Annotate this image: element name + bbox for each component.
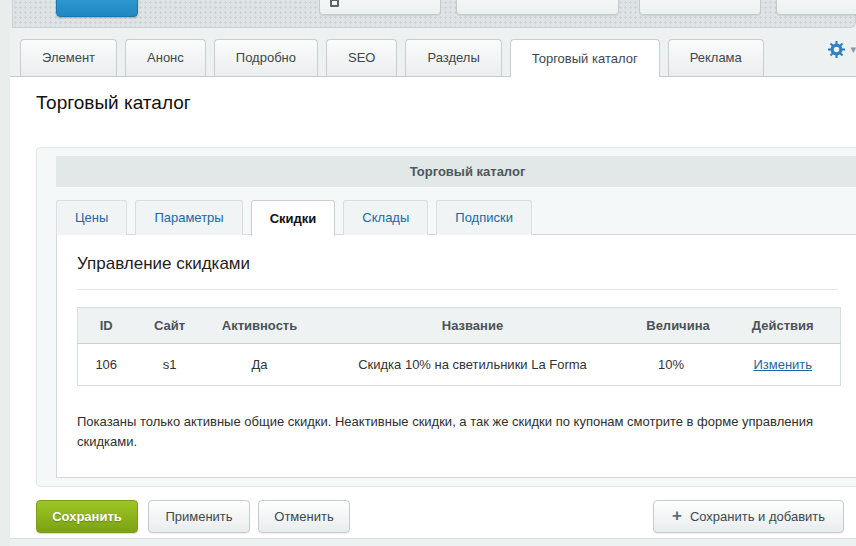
col-header-site: Сайт xyxy=(135,308,205,344)
tabs-dropdown-arrow-icon[interactable]: ▾ xyxy=(850,43,856,56)
col-header-id: ID xyxy=(78,308,135,344)
plus-icon: + xyxy=(672,506,682,526)
tab-advertising[interactable]: Реклама xyxy=(668,39,764,76)
section-divider xyxy=(77,289,838,290)
col-header-actions: Действия xyxy=(726,308,841,344)
tab-element[interactable]: Элемент xyxy=(20,39,117,76)
save-button[interactable]: Сохранить xyxy=(36,500,138,533)
toolbar-button-3[interactable] xyxy=(639,0,761,15)
cell-activity: Да xyxy=(205,344,315,386)
toolbar-button-2[interactable] xyxy=(456,0,619,15)
top-toolbar xyxy=(12,0,856,28)
toolbar-primary-button[interactable] xyxy=(56,0,138,17)
save-and-add-label: Сохранить и добавить xyxy=(690,509,825,524)
cell-name: Скидка 10% на светильники La Forma xyxy=(315,344,631,386)
table-row: 106 s1 Да Скидка 10% на светильники La F… xyxy=(78,344,841,386)
tab-subscriptions[interactable]: Подписки xyxy=(436,200,532,235)
col-header-value: Величина xyxy=(631,308,726,344)
toolbar-button-icon xyxy=(330,0,339,7)
panel-header: Торговый каталог xyxy=(56,156,856,187)
bottom-strip xyxy=(10,538,856,546)
col-header-name: Название xyxy=(315,308,631,344)
toolbar-button-1[interactable] xyxy=(319,0,441,15)
tab-detail[interactable]: Подробно xyxy=(214,39,318,76)
section-title: Управление скидками xyxy=(77,254,838,274)
toolbar-button-4[interactable] xyxy=(776,0,856,15)
cell-site: s1 xyxy=(135,344,205,386)
apply-button[interactable]: Применить xyxy=(148,500,250,533)
tab-seo[interactable]: SEO xyxy=(326,39,397,76)
cell-value: 10% xyxy=(631,344,726,386)
cell-id: 106 xyxy=(78,344,135,386)
tab-parameters[interactable]: Параметры xyxy=(135,200,242,235)
element-tab-bar: Элемент Анонс Подробно SEO Разделы Торго… xyxy=(10,28,856,77)
col-header-activity: Активность xyxy=(205,308,315,344)
save-and-add-button[interactable]: + Сохранить и добавить xyxy=(653,500,844,533)
page-title: Торговый каталог xyxy=(36,92,191,114)
tab-sections[interactable]: Разделы xyxy=(405,39,501,76)
cancel-button[interactable]: Отменить xyxy=(258,500,350,533)
tab-prices[interactable]: Цены xyxy=(56,200,127,235)
catalog-tab-bar: Цены Параметры Скидки Склады Подписки xyxy=(56,199,856,235)
tab-announce[interactable]: Анонс xyxy=(125,39,206,76)
table-header-row: ID Сайт Активность Название Величина Дей… xyxy=(78,308,841,344)
discounts-tab-content: Управление скидками ID Сайт Активность Н… xyxy=(56,234,856,478)
tab-warehouses[interactable]: Склады xyxy=(343,200,428,235)
trade-catalog-panel: Торговый каталог Цены Параметры Скидки С… xyxy=(36,147,856,487)
form-content: Торговый каталог Торговый каталог Цены П… xyxy=(10,77,856,538)
settings-gear-icon[interactable] xyxy=(828,41,845,58)
edit-discount-link[interactable]: Изменить xyxy=(753,357,812,372)
discounts-note: Показаны только активные общие скидки. Н… xyxy=(77,412,822,452)
cell-actions: Изменить xyxy=(726,344,841,386)
discounts-table: ID Сайт Активность Название Величина Дей… xyxy=(77,307,841,386)
tab-trade-catalog[interactable]: Торговый каталог xyxy=(510,39,660,77)
tab-discounts[interactable]: Скидки xyxy=(251,200,336,236)
